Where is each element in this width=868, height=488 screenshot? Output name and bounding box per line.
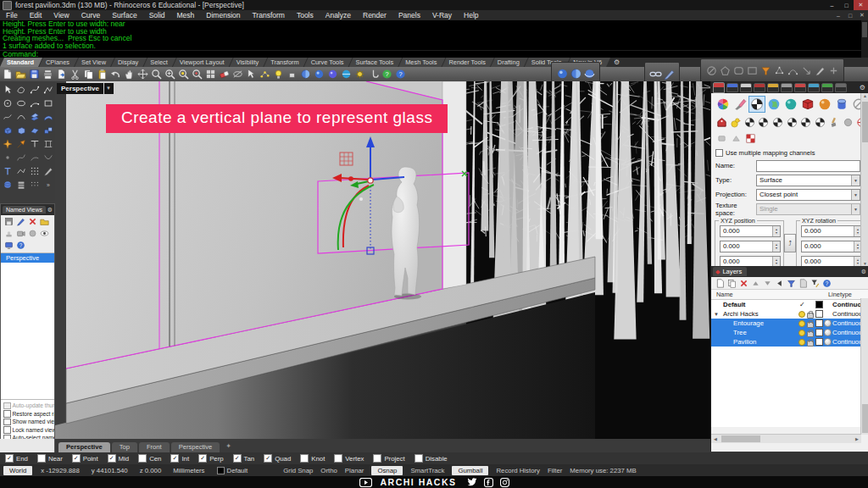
osnap-checkbox[interactable] <box>300 454 309 463</box>
menu-file[interactable]: File <box>0 10 24 20</box>
tool-tee-blue-icon[interactable] <box>1 164 14 178</box>
new-viewport-tab-icon[interactable]: ✦ <box>225 441 231 452</box>
checker-sphere-icon[interactable] <box>748 96 765 113</box>
layer-color-swatch[interactable] <box>815 338 823 346</box>
sphere-gray-icon[interactable] <box>841 115 855 130</box>
link-chain-icon[interactable] <box>649 68 662 80</box>
render-sphere-icon[interactable] <box>313 68 326 80</box>
gray-widget-icon[interactable] <box>715 131 729 146</box>
layer-row-tree[interactable]: TreeContinuous <box>711 328 868 337</box>
status-z[interactable]: z 0.000 <box>140 467 162 474</box>
xyz-rotation-x-input[interactable]: 0.000▲▼ <box>801 225 862 237</box>
layers-tri-left-icon[interactable] <box>774 278 785 289</box>
osnap-point[interactable]: ✓Point <box>72 454 98 463</box>
checkbox[interactable] <box>3 402 11 410</box>
checkbox[interactable] <box>3 410 11 418</box>
child-close-button[interactable]: ✕ <box>856 10 868 20</box>
mapping-pick-button[interactable]: ⤴ <box>784 234 796 252</box>
xyz-rotation-y-input[interactable]: 0.000▲▼ <box>801 241 862 252</box>
tool-rect-curve-icon[interactable] <box>42 97 55 110</box>
toolbar-gear-icon[interactable]: ⚙ <box>614 58 620 67</box>
panel-tab-10[interactable] <box>835 83 847 92</box>
toolbar-tab-set-view[interactable]: Set View <box>75 58 114 67</box>
status-toggle-grid-snap[interactable]: Grid Snap <box>283 467 313 474</box>
mapping-scrollbar[interactable]: ▲ ▼ <box>860 93 868 266</box>
osnap-int[interactable]: ✓Int <box>170 454 189 463</box>
panel-tab-3[interactable] <box>740 83 752 92</box>
delete-x-icon[interactable] <box>27 216 38 227</box>
menu-curve[interactable]: Curve <box>75 10 107 20</box>
menu-panels[interactable]: Panels <box>392 10 426 20</box>
tool-curve-icon[interactable] <box>28 83 42 97</box>
tool-arc2-icon[interactable] <box>14 110 28 124</box>
settings-gear-icon[interactable] <box>353 68 366 80</box>
stamp-icon[interactable] <box>3 228 14 239</box>
tool-surface-blue-icon[interactable] <box>28 110 42 124</box>
hook-icon[interactable] <box>367 68 380 80</box>
layer-color-swatch[interactable] <box>815 301 823 308</box>
layer-material-icon[interactable] <box>824 329 832 336</box>
gumball-x-dot[interactable] <box>348 176 353 181</box>
globe-blue-icon[interactable] <box>765 96 782 113</box>
zoom-window-icon[interactable] <box>150 68 163 80</box>
texture-space-dropdown[interactable]: Single▼ <box>756 203 860 215</box>
tool-chevrons-icon[interactable]: » <box>42 178 55 191</box>
xyz-position-x-input[interactable]: 0.000▲▼ <box>720 225 781 237</box>
color-wheel-icon[interactable] <box>715 96 732 113</box>
named-views-tab[interactable]: Named Views <box>3 206 46 214</box>
command-scrollbar[interactable] <box>861 20 868 58</box>
funnel-orange-icon[interactable] <box>760 64 772 77</box>
render-sphere-icon[interactable] <box>556 68 569 80</box>
panel-tab-6[interactable] <box>781 83 793 92</box>
layers-tri-up-icon[interactable] <box>750 278 761 289</box>
osnap-near[interactable]: Near <box>37 454 63 463</box>
tool-box-blue2-icon[interactable] <box>14 124 28 137</box>
layer-on-bulb-icon[interactable] <box>798 320 805 327</box>
panel-tab-9[interactable] <box>821 83 833 92</box>
tool-pencil-icon[interactable] <box>42 164 55 178</box>
toolbar-tab-curve-tools[interactable]: Curve Tools <box>304 58 353 67</box>
panel-tab-1[interactable] <box>713 82 725 93</box>
status-toggle-ortho[interactable]: Ortho <box>320 467 337 474</box>
type-dropdown[interactable]: Surface▼ <box>756 175 860 186</box>
panel-tab-8[interactable] <box>808 83 820 92</box>
display-mode-sphere-icon[interactable] <box>299 68 312 80</box>
osnap-disable[interactable]: Disable <box>415 454 448 463</box>
layers-delete-x-icon[interactable] <box>738 278 749 289</box>
tool-arrow-orange-icon[interactable] <box>14 137 28 151</box>
gumball-origin[interactable] <box>368 178 373 183</box>
copy-icon[interactable] <box>82 68 95 80</box>
instagram-icon[interactable] <box>500 478 509 487</box>
move-icon[interactable] <box>136 68 149 80</box>
zoom-selected-icon[interactable] <box>191 68 203 80</box>
pencil-edit-icon[interactable] <box>663 68 676 80</box>
status-toggle-filter[interactable]: Filter <box>548 467 562 474</box>
toolbar-tab-visibility[interactable]: Visibility <box>230 58 268 67</box>
facebook-icon[interactable] <box>484 478 493 487</box>
print-icon[interactable] <box>42 68 54 80</box>
viewport-canvas[interactable] <box>55 81 710 439</box>
viewport-title-dropdown-icon[interactable]: ▼ <box>104 83 114 94</box>
checker-ball3-icon[interactable] <box>771 115 785 130</box>
layer-material-icon[interactable] <box>824 338 832 346</box>
checker-ball-icon[interactable] <box>743 115 757 130</box>
menu-analyze[interactable]: Analyze <box>320 10 357 20</box>
status-toggle-memory-use-2237-mb[interactable]: Memory use: 2237 MB <box>570 467 636 474</box>
rectangle-icon[interactable] <box>746 64 759 77</box>
child-restore-button[interactable]: □ <box>844 10 856 20</box>
tool-polyline2-icon[interactable] <box>14 164 28 178</box>
tool-cursor-icon[interactable] <box>1 83 14 97</box>
menu-surface[interactable]: Surface <box>106 10 142 20</box>
new-file-icon[interactable] <box>1 68 14 80</box>
named-view-item[interactable]: Perspective <box>1 253 54 263</box>
status-layer[interactable]: Default <box>217 467 248 474</box>
named-views-option[interactable]: Auto-update thum <box>1 402 54 410</box>
osnap-checkbox[interactable] <box>415 454 423 463</box>
osnap-quad[interactable]: ✓Quad <box>264 454 291 463</box>
tool-boxes-blue-icon[interactable] <box>42 124 55 137</box>
plus-gray-icon[interactable] <box>827 64 840 77</box>
osnap-knot[interactable]: Knot <box>300 454 325 463</box>
tool-box-blue-icon[interactable] <box>1 124 14 137</box>
layers-horizontal-scrollbar[interactable]: ◀▶ <box>711 434 861 443</box>
osnap-tan[interactable]: ✓Tan <box>233 454 255 463</box>
